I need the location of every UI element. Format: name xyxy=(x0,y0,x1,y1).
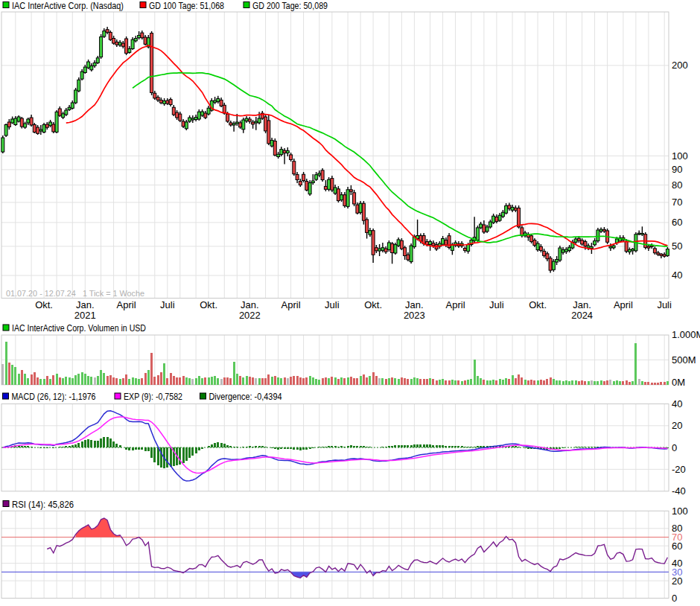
svg-text:Juli: Juli xyxy=(160,299,175,310)
svg-text:Okt.: Okt. xyxy=(35,299,53,310)
svg-text:Jan.: Jan. xyxy=(241,299,259,310)
svg-text:2024: 2024 xyxy=(571,310,593,321)
svg-text:Juli: Juli xyxy=(657,299,672,310)
svg-text:80: 80 xyxy=(672,179,682,191)
svg-text:0: 0 xyxy=(672,593,677,604)
svg-text:April: April xyxy=(446,299,465,310)
svg-text:Juli: Juli xyxy=(325,299,340,310)
svg-text:1.000M: 1.000M xyxy=(672,329,700,340)
svg-text:Okt.: Okt. xyxy=(529,299,547,310)
svg-text:01.07.20 - 12.07.24 1 Tick =: 01.07.20 - 12.07.24 1 Tick = 1 Woche xyxy=(6,289,144,298)
svg-text:20: 20 xyxy=(672,420,682,431)
svg-text:2023: 2023 xyxy=(404,310,425,321)
svg-text:70: 70 xyxy=(672,197,682,208)
svg-text:Juli: Juli xyxy=(489,299,504,310)
svg-text:IAC InterActive Corp. (Nasdaq): IAC InterActive Corp. (Nasdaq) xyxy=(12,0,124,11)
svg-text:500M: 500M xyxy=(672,354,696,366)
svg-text:Jan.: Jan. xyxy=(76,299,95,310)
svg-text:60: 60 xyxy=(672,217,682,228)
svg-text:GD 100 Tage: 51,068: GD 100 Tage: 51,068 xyxy=(149,0,224,11)
svg-text:GD 200 Tage: 50,089: GD 200 Tage: 50,089 xyxy=(252,0,328,11)
svg-text:90: 90 xyxy=(672,164,682,175)
svg-text:April: April xyxy=(117,299,136,310)
svg-text:Okt.: Okt. xyxy=(200,299,217,310)
svg-text:200: 200 xyxy=(672,60,688,71)
svg-text:Jan.: Jan. xyxy=(573,299,591,310)
svg-text:Divergence: -0,4394: Divergence: -0,4394 xyxy=(209,391,282,402)
svg-text:50: 50 xyxy=(672,240,682,252)
svg-text:-40: -40 xyxy=(672,485,686,497)
svg-text:60: 60 xyxy=(672,540,682,552)
svg-text:2022: 2022 xyxy=(239,310,261,321)
svg-text:RSI (14): 45,826: RSI (14): 45,826 xyxy=(12,499,74,510)
svg-text:20: 20 xyxy=(672,575,682,587)
svg-text:40: 40 xyxy=(672,398,682,409)
svg-text:Okt.: Okt. xyxy=(364,299,382,310)
svg-text:40: 40 xyxy=(672,269,682,281)
svg-text:MACD (26, 12): -1,1976: MACD (26, 12): -1,1976 xyxy=(12,391,96,402)
svg-text:April: April xyxy=(614,299,633,310)
svg-text:100: 100 xyxy=(672,505,688,517)
svg-text:2021: 2021 xyxy=(74,310,96,321)
svg-text:0: 0 xyxy=(672,442,677,453)
svg-text:0M: 0M xyxy=(672,377,685,388)
svg-text:-20: -20 xyxy=(672,464,686,475)
svg-text:100: 100 xyxy=(672,150,688,162)
svg-text:Jan.: Jan. xyxy=(405,299,424,310)
svg-text:IAC InterActive Corp. Volumen: IAC InterActive Corp. Volumen in USD xyxy=(12,322,146,334)
svg-text:April: April xyxy=(281,299,301,310)
svg-text:EXP (9): -0,7582: EXP (9): -0,7582 xyxy=(124,391,182,402)
